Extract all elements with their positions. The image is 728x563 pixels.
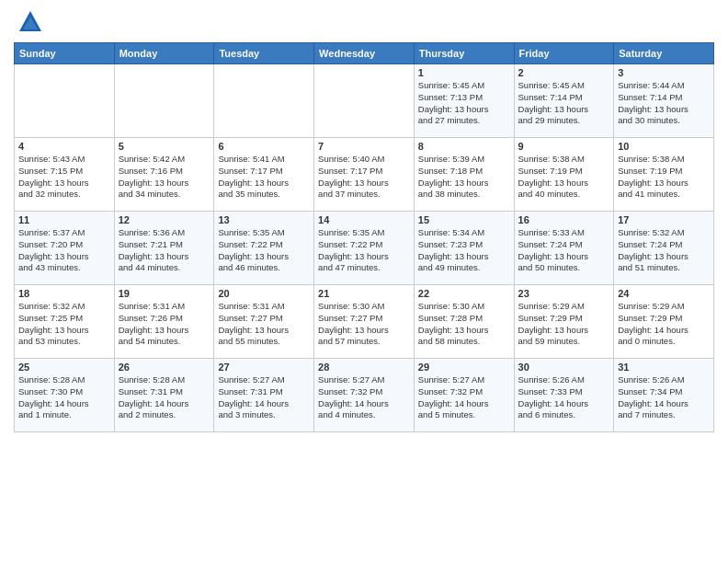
table-row: 5Sunrise: 5:42 AM Sunset: 7:16 PM Daylig… [114,138,214,212]
day-number: 8 [418,141,510,152]
table-row: 24Sunrise: 5:29 AM Sunset: 7:29 PM Dayli… [614,285,714,359]
day-number: 23 [518,288,610,299]
table-row: 22Sunrise: 5:30 AM Sunset: 7:28 PM Dayli… [414,285,514,359]
day-detail: Sunrise: 5:31 AM Sunset: 7:26 PM Dayligh… [119,301,210,348]
day-detail: Sunrise: 5:30 AM Sunset: 7:28 PM Dayligh… [418,301,510,348]
day-detail: Sunrise: 5:34 AM Sunset: 7:23 PM Dayligh… [418,227,510,274]
day-detail: Sunrise: 5:38 AM Sunset: 7:19 PM Dayligh… [518,154,610,201]
day-number: 18 [18,288,110,299]
day-number: 20 [218,288,310,299]
day-detail: Sunrise: 5:45 AM Sunset: 7:14 PM Dayligh… [518,80,610,127]
day-detail: Sunrise: 5:37 AM Sunset: 7:20 PM Dayligh… [18,227,110,274]
weekday-header-row: SundayMondayTuesdayWednesdayThursdayFrid… [15,43,714,64]
day-detail: Sunrise: 5:27 AM Sunset: 7:31 PM Dayligh… [218,374,310,421]
day-detail: Sunrise: 5:31 AM Sunset: 7:27 PM Dayligh… [218,301,310,348]
table-row: 15Sunrise: 5:34 AM Sunset: 7:23 PM Dayli… [414,212,514,285]
day-number: 19 [119,288,210,299]
table-row: 8Sunrise: 5:39 AM Sunset: 7:18 PM Daylig… [414,138,514,212]
day-detail: Sunrise: 5:29 AM Sunset: 7:29 PM Dayligh… [518,301,610,348]
day-detail: Sunrise: 5:38 AM Sunset: 7:19 PM Dayligh… [618,154,710,201]
table-row: 1Sunrise: 5:45 AM Sunset: 7:13 PM Daylig… [414,64,514,138]
day-number: 14 [318,214,410,225]
table-row: 14Sunrise: 5:35 AM Sunset: 7:22 PM Dayli… [314,212,415,285]
table-row [114,64,214,138]
day-detail: Sunrise: 5:32 AM Sunset: 7:25 PM Dayligh… [18,301,110,348]
table-row: 19Sunrise: 5:31 AM Sunset: 7:26 PM Dayli… [114,285,214,359]
weekday-header: Wednesday [314,43,415,64]
weekday-header: Monday [114,43,214,64]
day-detail: Sunrise: 5:42 AM Sunset: 7:16 PM Dayligh… [119,154,210,201]
weekday-header: Saturday [614,43,714,64]
weekday-header: Thursday [414,43,514,64]
table-row: 31Sunrise: 5:26 AM Sunset: 7:34 PM Dayli… [614,359,714,432]
day-detail: Sunrise: 5:35 AM Sunset: 7:22 PM Dayligh… [318,227,410,274]
day-number: 12 [119,214,210,225]
table-row: 29Sunrise: 5:27 AM Sunset: 7:32 PM Dayli… [414,359,514,432]
table-row: 18Sunrise: 5:32 AM Sunset: 7:25 PM Dayli… [15,285,115,359]
logo [14,9,43,35]
table-row: 20Sunrise: 5:31 AM Sunset: 7:27 PM Dayli… [214,285,314,359]
weekday-header: Friday [514,43,614,64]
day-detail: Sunrise: 5:44 AM Sunset: 7:14 PM Dayligh… [618,80,710,127]
day-number: 16 [518,214,610,225]
calendar-week-row: 4Sunrise: 5:43 AM Sunset: 7:15 PM Daylig… [15,138,714,212]
day-detail: Sunrise: 5:39 AM Sunset: 7:18 PM Dayligh… [418,154,510,201]
table-row: 4Sunrise: 5:43 AM Sunset: 7:15 PM Daylig… [15,138,115,212]
table-row: 30Sunrise: 5:26 AM Sunset: 7:33 PM Dayli… [514,359,614,432]
header [14,9,714,35]
day-detail: Sunrise: 5:27 AM Sunset: 7:32 PM Dayligh… [418,374,510,421]
day-detail: Sunrise: 5:40 AM Sunset: 7:17 PM Dayligh… [318,154,410,201]
weekday-header: Tuesday [214,43,314,64]
day-number: 28 [318,362,410,373]
day-number: 26 [119,362,210,373]
day-number: 21 [318,288,410,299]
table-row [15,64,115,138]
table-row: 28Sunrise: 5:27 AM Sunset: 7:32 PM Dayli… [314,359,415,432]
table-row: 26Sunrise: 5:28 AM Sunset: 7:31 PM Dayli… [114,359,214,432]
day-detail: Sunrise: 5:29 AM Sunset: 7:29 PM Dayligh… [618,301,710,348]
day-number: 3 [618,67,710,78]
table-row: 7Sunrise: 5:40 AM Sunset: 7:17 PM Daylig… [314,138,415,212]
table-row: 10Sunrise: 5:38 AM Sunset: 7:19 PM Dayli… [614,138,714,212]
table-row: 17Sunrise: 5:32 AM Sunset: 7:24 PM Dayli… [614,212,714,285]
calendar-week-row: 1Sunrise: 5:45 AM Sunset: 7:13 PM Daylig… [15,64,714,138]
day-detail: Sunrise: 5:35 AM Sunset: 7:22 PM Dayligh… [218,227,310,274]
day-number: 7 [318,141,410,152]
table-row: 23Sunrise: 5:29 AM Sunset: 7:29 PM Dayli… [514,285,614,359]
day-detail: Sunrise: 5:26 AM Sunset: 7:33 PM Dayligh… [518,374,610,421]
day-detail: Sunrise: 5:28 AM Sunset: 7:31 PM Dayligh… [119,374,210,421]
day-number: 4 [18,141,110,152]
day-number: 5 [119,141,210,152]
day-number: 24 [618,288,710,299]
day-detail: Sunrise: 5:26 AM Sunset: 7:34 PM Dayligh… [618,374,710,421]
day-number: 10 [618,141,710,152]
table-row: 13Sunrise: 5:35 AM Sunset: 7:22 PM Dayli… [214,212,314,285]
day-number: 30 [518,362,610,373]
table-row: 11Sunrise: 5:37 AM Sunset: 7:20 PM Dayli… [15,212,115,285]
day-number: 22 [418,288,510,299]
calendar-week-row: 11Sunrise: 5:37 AM Sunset: 7:20 PM Dayli… [15,212,714,285]
day-number: 15 [418,214,510,225]
day-number: 25 [18,362,110,373]
day-detail: Sunrise: 5:43 AM Sunset: 7:15 PM Dayligh… [18,154,110,201]
day-number: 6 [218,141,310,152]
day-number: 2 [518,67,610,78]
table-row [214,64,314,138]
day-detail: Sunrise: 5:33 AM Sunset: 7:24 PM Dayligh… [518,227,610,274]
table-row [314,64,415,138]
day-number: 11 [18,214,110,225]
day-detail: Sunrise: 5:36 AM Sunset: 7:21 PM Dayligh… [119,227,210,274]
day-number: 31 [618,362,710,373]
day-number: 9 [518,141,610,152]
day-detail: Sunrise: 5:45 AM Sunset: 7:13 PM Dayligh… [418,80,510,127]
calendar-table: SundayMondayTuesdayWednesdayThursdayFrid… [14,42,714,432]
table-row: 12Sunrise: 5:36 AM Sunset: 7:21 PM Dayli… [114,212,214,285]
day-detail: Sunrise: 5:27 AM Sunset: 7:32 PM Dayligh… [318,374,410,421]
day-detail: Sunrise: 5:30 AM Sunset: 7:27 PM Dayligh… [318,301,410,348]
day-number: 1 [418,67,510,78]
table-row: 25Sunrise: 5:28 AM Sunset: 7:30 PM Dayli… [15,359,115,432]
table-row: 2Sunrise: 5:45 AM Sunset: 7:14 PM Daylig… [514,64,614,138]
table-row: 21Sunrise: 5:30 AM Sunset: 7:27 PM Dayli… [314,285,415,359]
day-number: 17 [618,214,710,225]
day-detail: Sunrise: 5:41 AM Sunset: 7:17 PM Dayligh… [218,154,310,201]
